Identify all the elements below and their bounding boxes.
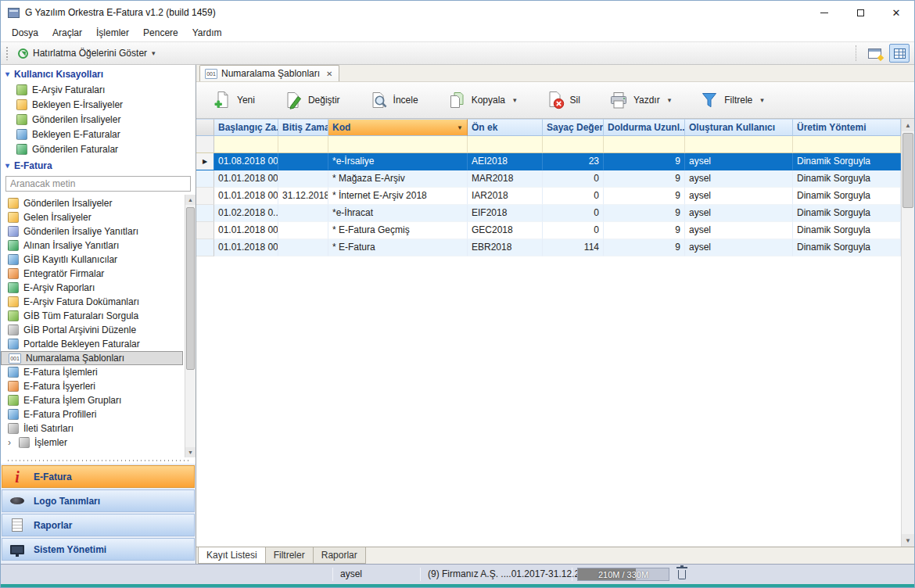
splitter-handle[interactable] [7, 457, 189, 464]
cell-uretim[interactable]: Dinamik Sorguyla [793, 170, 901, 188]
cell-olusturan[interactable]: aysel [685, 153, 793, 170]
filter-cell[interactable] [278, 136, 328, 153]
cell-sayac[interactable]: 0 [543, 205, 604, 222]
tab-filtreler[interactable]: Filtreler [265, 547, 314, 564]
cell-olusturan[interactable]: aysel [685, 239, 793, 256]
cell-uretim[interactable]: Dinamik Sorguyla [793, 205, 901, 222]
cell-doldurma[interactable]: 9 [604, 205, 685, 222]
table-row[interactable]: 01.01.2018 00.. 31.12.2018.. * İnternet … [196, 188, 901, 205]
menu-pencere[interactable]: Pencere [136, 26, 185, 40]
print-dropdown-icon[interactable]: ▾ [668, 96, 672, 104]
cell-bitis[interactable]: 31.12.2018.. [278, 188, 328, 205]
cell-uretim[interactable]: Dinamik Sorguyla [793, 239, 901, 256]
column-header-sayac[interactable]: Sayaç Değeri [543, 119, 604, 136]
sidebar-item-gonderilen-irsaliye-yanitlari[interactable]: Gönderilen İrsaliye Yanıtları [1, 224, 183, 238]
shortcut-gonderilen-irsaliyeler[interactable]: Gönderilen İrsaliyeler [1, 112, 196, 127]
scroll-up-icon[interactable]: ▲ [185, 195, 196, 205]
sidebar-item-gib-kayitli-kullanicilar[interactable]: GİB Kayıtlı Kullanıcılar [1, 253, 183, 267]
cell-baslangic[interactable]: 01.08.2018 00.. [214, 153, 278, 170]
cell-onek[interactable]: MAR2018 [468, 170, 543, 188]
shortcut-earsiv-faturalari[interactable]: E-Arşiv Faturaları [1, 82, 196, 97]
scrollbar-thumb[interactable] [186, 207, 195, 370]
cell-kod[interactable]: * Mağaza E-Arşiv [328, 170, 468, 188]
cell-uretim[interactable]: Dinamik Sorguyla [793, 188, 901, 205]
accordion-sistem-yonetimi[interactable]: Sistem Yönetimi [2, 538, 195, 561]
cell-kod[interactable]: * E-Fatura Geçmiş [328, 222, 468, 239]
accordion-logo-tanimlari[interactable]: Logo Tanımları [2, 489, 195, 512]
cell-doldurma[interactable]: 9 [604, 153, 685, 170]
cell-doldurma[interactable]: 9 [604, 239, 685, 256]
cell-sayac[interactable]: 0 [543, 170, 604, 188]
cell-kod[interactable]: * E-Fatura [328, 239, 468, 256]
inspect-button[interactable]: İncele [365, 88, 422, 113]
column-header-bitis[interactable]: Bitiş Zama.. [278, 119, 328, 136]
print-button[interactable]: Yazdır ▾ [605, 88, 675, 113]
tab-raporlar[interactable]: Raporlar [313, 547, 366, 564]
cell-doldurma[interactable]: 9 [604, 170, 685, 188]
accordion-efatura[interactable]: i E-Fatura [2, 465, 195, 488]
filter-cell[interactable] [214, 136, 278, 153]
filter-button[interactable]: Filtrele ▾ [696, 88, 768, 113]
sidebar-item-islemler[interactable]: ›İşlemler [1, 436, 183, 450]
cell-sayac[interactable]: 114 [543, 239, 604, 256]
new-button[interactable]: Yeni [209, 88, 259, 113]
cell-olusturan[interactable]: aysel [685, 222, 793, 239]
sidebar-item-ileti-satirlari[interactable]: İleti Satırları [1, 421, 183, 436]
close-button[interactable]: ✕ [878, 1, 914, 24]
maximize-button[interactable] [842, 1, 878, 24]
filter-cell[interactable] [604, 136, 685, 153]
edit-button[interactable]: Değiştir [280, 88, 344, 113]
shortcut-bekleyen-efaturalar[interactable]: Bekleyen E-Faturalar [1, 127, 196, 142]
sidebar-scrollbar[interactable]: ▲ ▼ [185, 195, 196, 457]
cell-baslangic[interactable]: 01.01.2018 00.. [214, 188, 278, 205]
sidebar-item-efatura-isyerleri[interactable]: E-Fatura İşyerleri [1, 379, 183, 393]
column-header-doldurma[interactable]: Doldurma Uzunl.. [604, 119, 685, 136]
cell-baslangic[interactable]: 01.02.2018 0.. [214, 205, 278, 222]
scrollbar-thumb[interactable] [902, 133, 913, 208]
sidebar-search-input[interactable] [5, 176, 191, 192]
sidebar-item-numaralama-sablonlari[interactable]: 001Numaralama Şablonları [1, 351, 183, 365]
scroll-up-icon[interactable]: ▲ [902, 119, 914, 131]
show-reminders-button[interactable]: Hatırlatma Öğelerini Göster ▾ [13, 45, 161, 61]
filter-dropdown-icon[interactable]: ▾ [760, 96, 764, 104]
minimize-button[interactable] [806, 1, 842, 24]
delete-button[interactable]: Sil [542, 88, 584, 113]
table-row[interactable]: 01.01.2018 00.. * E-Fatura EBR2018 114 9… [196, 239, 901, 256]
cell-sayac[interactable]: 0 [543, 188, 604, 205]
filter-cell[interactable] [543, 136, 604, 153]
cell-baslangic[interactable]: 01.01.2018 00.. [214, 239, 278, 256]
cell-uretim[interactable]: Dinamik Sorguyla [793, 222, 901, 239]
filter-cell[interactable] [685, 136, 793, 153]
grid-layout-button[interactable] [889, 44, 910, 63]
shortcut-bekleyen-eirsaliyeler[interactable]: Bekleyen E-İrsaliyeler [1, 97, 196, 112]
table-row[interactable]: 01.01.2018 00.. * E-Fatura Geçmiş GEC201… [196, 222, 901, 239]
cell-baslangic[interactable]: 01.01.2018 00.. [214, 222, 278, 239]
cell-onek[interactable]: EIF2018 [468, 205, 543, 222]
menu-dosya[interactable]: Dosya [5, 26, 45, 40]
sidebar-item-earsiv-raporlari[interactable]: E-Arşiv Raporları [1, 281, 183, 295]
garbage-collect-icon[interactable] [678, 570, 686, 579]
sidebar-item-efatura-islem-gruplari[interactable]: E-Fatura İşlem Grupları [1, 393, 183, 407]
sidebar-item-earsiv-fatura-dokumanlari[interactable]: E-Arşiv Fatura Dokümanları [1, 295, 183, 309]
shortcut-gonderilen-faturalar[interactable]: Gönderilen Faturalar [1, 142, 196, 156]
cell-olusturan[interactable]: aysel [685, 188, 793, 205]
column-header-olusturan[interactable]: Oluşturan Kullanıcı [685, 119, 793, 136]
reminder-dropdown-icon[interactable]: ▾ [152, 49, 156, 57]
accordion-raporlar[interactable]: Raporlar [2, 514, 195, 536]
sidebar-item-gelen-irsaliyeler[interactable]: Gelen İrsaliyeler [1, 210, 183, 224]
cell-onek[interactable]: AEI2018 [468, 153, 543, 170]
menu-araclar[interactable]: Araçlar [45, 26, 89, 40]
expand-chevron-icon[interactable]: › [8, 437, 14, 448]
sidebar-item-efatura-profilleri[interactable]: E-Fatura Profilleri [1, 407, 183, 421]
copy-dropdown-icon[interactable]: ▾ [513, 96, 517, 104]
efatura-section-header[interactable]: ▾ E-Fatura [1, 156, 196, 174]
scroll-down-icon[interactable]: ▼ [185, 447, 196, 457]
new-window-button[interactable] [864, 44, 884, 63]
cell-onek[interactable]: IAR2018 [468, 188, 543, 205]
cell-kod[interactable]: *e-İrsaliye [328, 153, 468, 170]
table-row[interactable]: 01.01.2018 00.. * Mağaza E-Arşiv MAR2018… [196, 170, 901, 188]
column-header-uretim[interactable]: Üretim Yöntemi [793, 119, 901, 136]
menu-yardim[interactable]: Yardım [185, 26, 229, 40]
grid-scrollbar[interactable]: ▲ ▼ [901, 119, 914, 547]
cell-sayac[interactable]: 23 [543, 153, 604, 170]
